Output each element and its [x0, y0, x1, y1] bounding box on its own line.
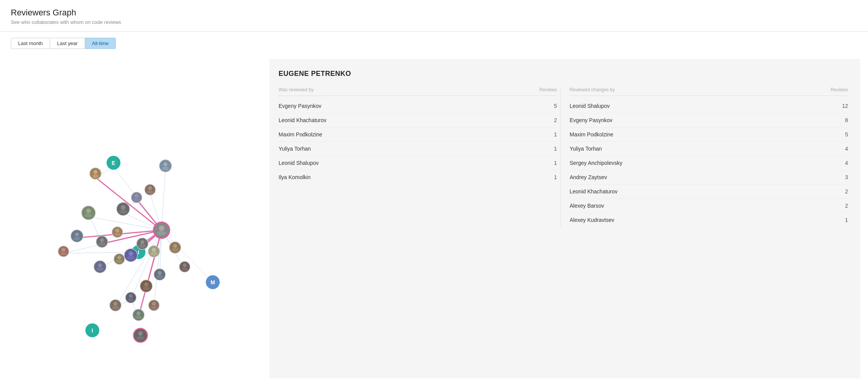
- review-row[interactable]: Leonid Shalupov 1: [279, 156, 557, 170]
- page-title: Reviewers Graph: [11, 8, 857, 18]
- review-row[interactable]: Evgeny Pasynkov 5: [279, 99, 557, 113]
- svg-point-102: [116, 260, 122, 263]
- svg-text:I: I: [92, 327, 93, 334]
- reviewed-by-count-label: Reviews: [539, 87, 557, 92]
- svg-point-126: [112, 306, 119, 310]
- svg-point-92: [115, 229, 119, 233]
- review-row[interactable]: Leonid Shalupov 12: [570, 99, 848, 113]
- svg-line-2: [162, 170, 165, 230]
- review-count: 1: [554, 131, 557, 138]
- review-row[interactable]: Yuliya Torhan 4: [570, 142, 848, 156]
- svg-line-24: [162, 230, 213, 282]
- review-row[interactable]: Yuliya Torhan 1: [279, 142, 557, 156]
- review-count: 4: [845, 160, 848, 166]
- review-person-name: Yuliya Torhan: [570, 146, 602, 152]
- svg-point-117: [156, 275, 163, 279]
- svg-point-93: [114, 233, 120, 236]
- svg-point-86: [62, 248, 65, 252]
- review-person-name: Leonid Shalupov: [279, 160, 319, 166]
- svg-point-111: [172, 248, 179, 252]
- svg-point-114: [182, 268, 188, 271]
- svg-point-80: [86, 209, 91, 213]
- svg-text:M: M: [210, 279, 215, 285]
- review-person-name: Leonid Shalupov: [570, 103, 610, 109]
- svg-point-128: [137, 312, 140, 316]
- svg-point-63: [92, 175, 98, 178]
- review-row[interactable]: Andrey Zaytsev 3: [570, 170, 848, 185]
- review-row[interactable]: Maxim Podkolzine 1: [279, 128, 557, 142]
- panel-person-name: EUGENE PETRENKO: [279, 70, 851, 78]
- review-person-name: Andrey Zaytsev: [570, 174, 607, 180]
- review-row[interactable]: Leonid Khachaturov 2: [279, 113, 557, 128]
- graph-area: E I M I: [0, 59, 269, 386]
- tab-last-year[interactable]: Last year: [50, 38, 85, 49]
- svg-text:E: E: [112, 160, 115, 166]
- svg-point-90: [98, 242, 105, 246]
- svg-line-6: [88, 217, 162, 230]
- header: Reviewers Graph See who collaborates wit…: [0, 0, 868, 32]
- tab-last-month[interactable]: Last month: [11, 38, 50, 49]
- review-count: 2: [845, 203, 848, 209]
- reviewed-changes-column: Reviewed changes by Reviews Leonid Shalu…: [560, 87, 851, 227]
- svg-point-74: [135, 194, 139, 198]
- tab-all-time[interactable]: All-time: [85, 38, 116, 49]
- review-row[interactable]: Evgeny Pasynkov 8: [570, 113, 848, 128]
- svg-point-77: [159, 226, 164, 231]
- review-person-name: Evgeny Pasynkov: [570, 117, 613, 123]
- svg-point-129: [135, 316, 142, 319]
- review-person-name: Yuliya Torhan: [279, 146, 311, 152]
- svg-point-122: [129, 294, 133, 298]
- page-container: Reviewers Graph See who collaborates wit…: [0, 0, 868, 386]
- svg-point-135: [137, 336, 144, 340]
- review-person-name: Maxim Podkolzine: [279, 131, 322, 138]
- review-person-name: Evgeny Pasynkov: [279, 103, 321, 109]
- svg-point-69: [147, 191, 153, 194]
- svg-point-78: [157, 231, 166, 236]
- svg-point-98: [140, 240, 144, 244]
- reviewed-changes-list: Leonid Shalupov 12 Evgeny Pasynkov 8 Max…: [570, 99, 848, 227]
- review-person-name: Ilya Komolkin: [279, 174, 310, 180]
- right-panel: EUGENE PETRENKO Was reviewed by Reviews …: [269, 59, 860, 378]
- svg-point-104: [98, 263, 102, 267]
- review-count: 2: [845, 188, 848, 195]
- svg-point-120: [143, 287, 150, 290]
- svg-point-65: [164, 163, 167, 166]
- svg-point-66: [162, 167, 169, 171]
- review-person-name: Leonid Khachaturov: [279, 117, 327, 123]
- review-count: 1: [554, 146, 557, 152]
- svg-point-87: [60, 252, 67, 255]
- review-row[interactable]: Leonid Khachaturov 2: [570, 185, 848, 199]
- svg-text:I: I: [138, 249, 139, 255]
- review-count: 12: [842, 103, 848, 109]
- review-person-name: Alexey Barsov: [570, 203, 604, 209]
- reviewed-by-header: Was reviewed by Reviews: [279, 87, 557, 96]
- review-row[interactable]: Alexey Kudravtsev 1: [570, 213, 848, 227]
- svg-point-81: [85, 214, 92, 218]
- svg-point-95: [129, 252, 133, 256]
- svg-point-107: [152, 248, 156, 252]
- review-row[interactable]: Sergey Anchipolevsky 4: [570, 156, 848, 170]
- review-count: 4: [845, 146, 848, 152]
- reviewed-by-column: Was reviewed by Reviews Evgeny Pasynkov …: [279, 87, 560, 227]
- svg-point-99: [139, 244, 146, 248]
- svg-point-89: [100, 238, 104, 242]
- review-person-name: Leonid Khachaturov: [570, 188, 618, 195]
- svg-point-108: [150, 252, 157, 256]
- svg-point-72: [119, 210, 127, 214]
- svg-point-101: [117, 256, 121, 260]
- review-count: 8: [845, 117, 848, 123]
- review-count: 1: [845, 217, 848, 223]
- review-row[interactable]: Alexey Barsov 2: [570, 199, 848, 213]
- svg-point-105: [97, 267, 103, 271]
- review-row[interactable]: Maxim Podkolzine 5: [570, 128, 848, 142]
- page-subtitle: See who collaborates with whom on code r…: [11, 19, 857, 25]
- review-count: 5: [554, 103, 557, 109]
- reviewed-changes-label: Reviewed changes by: [570, 87, 615, 92]
- review-row[interactable]: Ilya Komolkin 1: [279, 170, 557, 184]
- svg-point-68: [148, 186, 152, 190]
- review-count: 1: [554, 160, 557, 166]
- svg-point-110: [173, 244, 177, 248]
- review-person-name: Sergey Anchipolevsky: [570, 160, 623, 166]
- svg-point-132: [151, 306, 157, 309]
- review-person-name: Alexey Kudravtsev: [570, 217, 614, 223]
